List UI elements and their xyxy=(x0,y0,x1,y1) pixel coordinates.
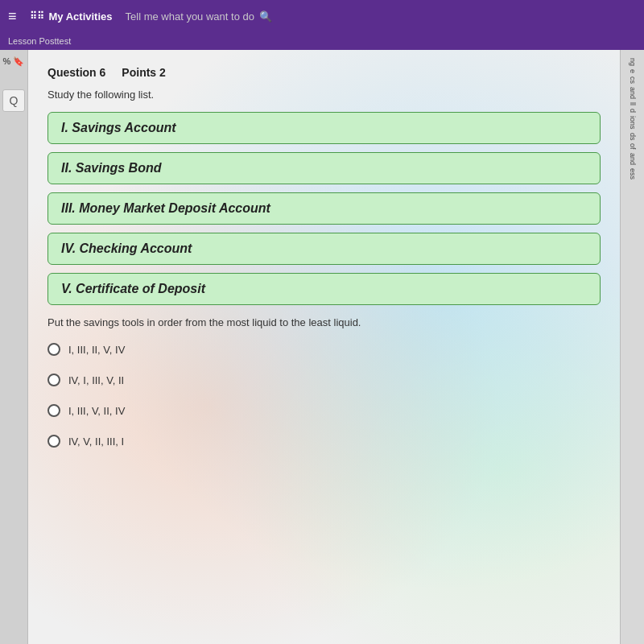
radio-label-2: IV, I, III, V, II xyxy=(68,374,124,386)
radio-label-3: I, III, V, II, IV xyxy=(68,405,125,417)
sidebar-item: ess xyxy=(628,168,637,180)
breadcrumb-bar: Lesson Posttest xyxy=(0,32,644,50)
left-sidebar: % 🔖 Q xyxy=(0,50,28,644)
grid-icon: ⠿⠿ xyxy=(30,10,44,22)
radio-option-2[interactable]: IV, I, III, V, II xyxy=(47,374,601,386)
study-text: Study the following list. xyxy=(47,89,601,101)
points-label: Points 2 xyxy=(122,66,165,79)
search-icon: Q xyxy=(10,94,19,107)
main-content: Question 6 Points 2 Study the following … xyxy=(28,50,620,644)
sidebar-item: and xyxy=(628,153,637,165)
radio-button-4[interactable] xyxy=(47,435,60,448)
search-bar[interactable]: Tell me what you want to do 🔍 xyxy=(126,10,636,23)
percent-bookmark: % 🔖 xyxy=(3,56,25,67)
question-header: Question 6 Points 2 xyxy=(47,66,601,79)
list-item-2: II. Savings Bond xyxy=(47,152,601,184)
sidebar-item: cs xyxy=(628,76,637,84)
radio-label-4: IV, V, II, III, I xyxy=(68,436,124,448)
activities-label: My Activities xyxy=(49,10,113,23)
list-item-4: IV. Checking Account xyxy=(47,233,601,265)
menu-icon[interactable]: ≡ xyxy=(8,8,17,25)
search-placeholder-text: Tell me what you want to do xyxy=(126,10,254,23)
sidebar-item: d xyxy=(628,109,637,113)
radio-button-1[interactable] xyxy=(47,343,60,356)
search-icon: 🔍 xyxy=(259,10,272,23)
list-item-3: III. Money Market Deposit Account xyxy=(47,192,601,225)
radio-label-1: I, III, II, V, IV xyxy=(68,344,125,356)
list-item-1: I. Savings Account xyxy=(47,112,601,144)
radio-button-3[interactable] xyxy=(47,404,60,417)
sidebar-item: e xyxy=(628,69,637,73)
my-activities-button[interactable]: ⠿⠿ My Activities xyxy=(30,10,113,23)
radio-option-4[interactable]: IV, V, II, III, I xyxy=(47,435,601,448)
radio-option-1[interactable]: I, III, II, V, IV xyxy=(47,343,601,356)
list-item-5: V. Certificate of Deposit xyxy=(47,273,601,305)
right-sidebar: ng e cs and ll d ions ds of and ess xyxy=(620,50,644,644)
radio-option-3[interactable]: I, III, V, II, IV xyxy=(47,404,601,417)
sidebar-item: of xyxy=(628,143,637,150)
sidebar-search-button[interactable]: Q xyxy=(2,89,25,112)
instruction-text: Put the savings tools in order from the … xyxy=(47,316,601,328)
top-nav-bar: ≡ ⠿⠿ My Activities Tell me what you want… xyxy=(0,0,644,32)
sidebar-item: ng xyxy=(628,58,637,66)
sidebar-item: and xyxy=(628,87,637,99)
question-label: Question 6 xyxy=(47,66,105,79)
sidebar-item: ll xyxy=(628,102,637,105)
sidebar-item: ions xyxy=(628,116,637,130)
sidebar-item: ds xyxy=(628,133,637,141)
radio-button-2[interactable] xyxy=(47,374,60,386)
breadcrumb: Lesson Posttest xyxy=(8,36,71,46)
